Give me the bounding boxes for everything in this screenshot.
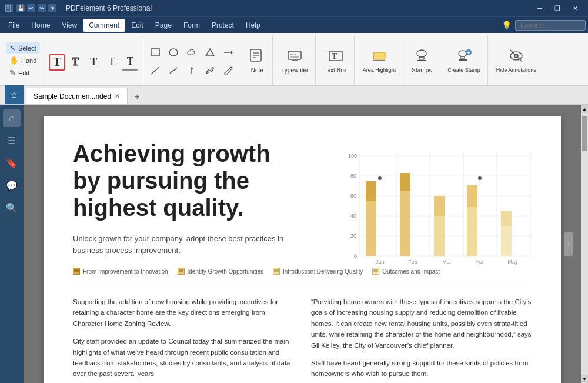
- note-label: Note: [251, 67, 263, 74]
- ribbon-group-select: ↖ Select ✋ Hand ✎ Edit: [2, 35, 44, 85]
- arrow-shape-button[interactable]: [220, 44, 236, 61]
- eraser-button[interactable]: [220, 62, 236, 79]
- close-button[interactable]: ✕: [567, 0, 583, 16]
- ribbon-group-create-stamp: + Create Stamp: [440, 35, 488, 85]
- svg-rect-19: [290, 56, 299, 58]
- hand-tool[interactable]: ✋ Hand: [6, 55, 40, 66]
- stamps-button[interactable]: Stamps: [408, 45, 435, 76]
- menu-edit[interactable]: Edit: [125, 19, 149, 32]
- stamps-items: Stamps: [408, 35, 435, 85]
- tab-close-button[interactable]: ✕: [115, 92, 120, 100]
- app-icon: [5, 4, 13, 12]
- svg-point-61: [378, 176, 382, 180]
- up-arrow-button[interactable]: [183, 62, 200, 79]
- select-tool[interactable]: ↖ Select: [6, 42, 40, 54]
- ribbon-group-stamps: Stamps: [405, 35, 439, 85]
- svg-text:+: +: [467, 49, 470, 55]
- ribbon-group-note: Note: [242, 35, 273, 85]
- scroll-up-arrow[interactable]: ▲: [581, 105, 588, 113]
- menu-file[interactable]: File: [2, 19, 25, 32]
- redo-icon[interactable]: ↪: [38, 4, 46, 12]
- link-button[interactable]: [202, 62, 218, 79]
- hide-annotations-button[interactable]: Hide Annotations: [493, 45, 540, 76]
- hand-label: Hand: [21, 57, 36, 64]
- undo-icon[interactable]: ↩: [27, 4, 35, 12]
- note-button[interactable]: Note: [245, 45, 269, 76]
- menu-bar: File Home View Comment Edit Page Form Pr…: [0, 16, 588, 33]
- title-bar: 💾 ↩ ↪ ▾ PDFelement 6 Professional ─ ❐ ✕: [0, 0, 588, 16]
- menu-page[interactable]: Page: [149, 19, 178, 32]
- typeface-bold-button[interactable]: T: [49, 54, 65, 71]
- ellipse-shape-button[interactable]: [165, 44, 182, 61]
- sidebar-layers-icon[interactable]: ☰: [3, 132, 21, 149]
- chart-container: 0 20 40 60 80 100 Jan Feb Mar: [343, 134, 537, 275]
- hand-icon: ✋: [9, 56, 19, 65]
- menu-comment[interactable]: Comment: [83, 19, 125, 32]
- typewriter-label: Typewriter: [281, 67, 308, 74]
- textbox-button[interactable]: T Text Box: [320, 45, 350, 76]
- svg-rect-67: [467, 185, 477, 207]
- document-tab[interactable]: Sample Documen...nded ✕: [26, 88, 128, 104]
- sidebar-comment-icon[interactable]: 💬: [3, 176, 21, 194]
- shape-tools: [147, 35, 236, 85]
- select-label: Select: [18, 45, 36, 52]
- document-subtitle: Unlock growth for your company, adopt th…: [73, 233, 285, 256]
- new-tab-button[interactable]: +: [130, 90, 144, 104]
- menu-view[interactable]: View: [56, 19, 83, 32]
- svg-rect-59: [366, 201, 376, 256]
- scroll-down-arrow[interactable]: ▼: [581, 375, 588, 383]
- typeface-strikethrough-button[interactable]: T: [103, 54, 120, 71]
- svg-rect-29: [460, 56, 465, 58]
- title-bar-left: 💾 ↩ ↪ ▾ PDFelement 6 Professional: [5, 4, 152, 12]
- scroll-track[interactable]: [581, 113, 588, 375]
- svg-text:Feb: Feb: [408, 259, 417, 265]
- triangle-shape-button[interactable]: [202, 44, 218, 61]
- ribbon-group-textbox: T Text Box: [317, 35, 354, 85]
- textbox-label: Text Box: [324, 67, 346, 74]
- create-stamp-button[interactable]: + Create Stamp: [444, 45, 484, 76]
- svg-text:Mar: Mar: [442, 259, 452, 265]
- svg-rect-23: [373, 52, 385, 59]
- cloud-shape-button[interactable]: [183, 44, 200, 61]
- restore-button[interactable]: ❐: [549, 0, 566, 16]
- save-icon[interactable]: 💾: [16, 4, 25, 12]
- stamps-label: Stamps: [412, 67, 432, 74]
- main-area: ⌂ ☰ 🔖 💬 🔍 Achieving growth by pursuing t…: [0, 105, 588, 383]
- col2-para2: Staff have heard generally strong suppor…: [311, 358, 532, 379]
- typeface-underline-button[interactable]: T: [85, 54, 102, 71]
- panel-collapse-arrow[interactable]: ›: [564, 232, 573, 256]
- hide-annotations-icon: [508, 48, 524, 66]
- edit-label: Edit: [18, 69, 29, 76]
- svg-rect-64: [434, 216, 445, 256]
- select-group: ↖ Select ✋ Hand ✎ Edit: [6, 42, 40, 78]
- menu-protect[interactable]: Protect: [206, 19, 240, 32]
- typewriter-button[interactable]: Typewriter: [278, 45, 312, 76]
- sidebar-bookmark-icon[interactable]: 🔖: [3, 154, 21, 172]
- rect-shape-button[interactable]: [147, 44, 163, 61]
- typeface-sub-button[interactable]: T: [122, 54, 138, 71]
- sidebar-search-icon[interactable]: 🔍: [3, 199, 21, 217]
- highlight-button[interactable]: Area Highlight: [359, 45, 400, 76]
- text-column-2: “Providing home owners with these types …: [311, 297, 532, 383]
- legend-color-1: [73, 268, 80, 275]
- line-tool-button[interactable]: [147, 62, 163, 79]
- note-icon: [249, 48, 265, 66]
- svg-rect-18: [294, 54, 296, 55]
- home-tab-button[interactable]: ⌂: [5, 85, 24, 104]
- legend-label-1: From Improvement to Innovation: [83, 268, 168, 275]
- menu-home[interactable]: Home: [25, 19, 56, 32]
- scroll-thumb[interactable]: [582, 116, 587, 151]
- svg-point-28: [459, 51, 467, 56]
- help-search-input[interactable]: [515, 20, 586, 31]
- right-scrollbar[interactable]: ▲ ▼: [581, 105, 588, 383]
- typeface-outline-button[interactable]: T: [67, 54, 83, 71]
- minimize-button[interactable]: ─: [532, 0, 548, 16]
- menu-help[interactable]: Help: [240, 19, 266, 32]
- svg-line-11: [209, 70, 211, 71]
- col1-para1: Supporting the addition of new housing w…: [73, 297, 293, 329]
- menu-form[interactable]: Form: [178, 19, 206, 32]
- sidebar-home-icon[interactable]: ⌂: [3, 109, 21, 127]
- edit-tool[interactable]: ✎ Edit: [6, 67, 40, 78]
- customize-icon[interactable]: ▾: [48, 4, 56, 12]
- pen-tool-button[interactable]: [165, 62, 182, 79]
